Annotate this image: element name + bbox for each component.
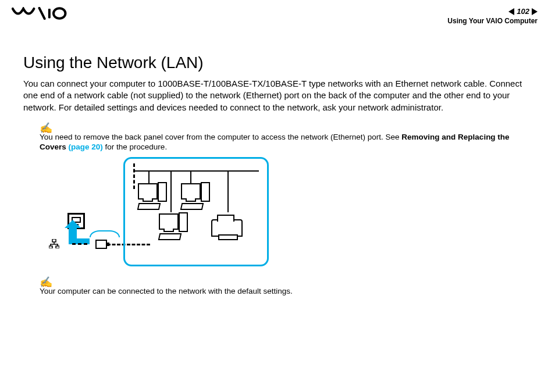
page-header: 102 Using Your VAIO Computer [0, 0, 555, 27]
svg-rect-2 [52, 239, 56, 242]
page-number: 102 [515, 7, 531, 16]
page-content: Using the Network (LAN) You can connect … [0, 27, 555, 296]
note-1-text-pre: You need to remove the back panel cover … [40, 133, 401, 141]
svg-point-1 [54, 8, 65, 19]
page-title: Using the Network (LAN) [23, 54, 532, 72]
keyboard-icon [138, 203, 160, 210]
svg-rect-0 [48, 9, 51, 18]
svg-rect-8 [56, 246, 59, 248]
note-1-link[interactable]: (page 20) [69, 142, 103, 151]
rj45-plug-icon [95, 240, 107, 249]
next-page-arrow-icon[interactable] [532, 8, 538, 15]
intro-paragraph: You can connect your computer to 1000BAS… [23, 78, 532, 113]
vaio-logo [12, 7, 67, 22]
note-icon: ✍ [40, 123, 532, 133]
tower-icon [158, 182, 167, 202]
printer-icon [211, 219, 243, 237]
prev-page-arrow-icon[interactable] [508, 8, 514, 15]
computer-icon [181, 183, 201, 199]
note-2: ✍ Your computer can be connected to the … [40, 277, 532, 297]
section-label: Using Your VAIO Computer [447, 17, 538, 25]
computer-icon [159, 213, 179, 230]
nav-block: 102 Using Your VAIO Computer [447, 7, 538, 25]
note-icon: ✍ [40, 277, 532, 287]
computer-icon [138, 183, 158, 199]
tower-icon [201, 182, 210, 202]
keyboard-icon [181, 203, 203, 210]
note-2-text: Your computer can be connected to the ne… [40, 287, 293, 295]
up-arrow-icon [69, 227, 77, 244]
cable-outline-icon [90, 230, 120, 237]
svg-rect-7 [49, 246, 52, 248]
network-symbol-icon [49, 239, 59, 248]
network-diagram [40, 157, 532, 273]
note-1: ✍ You need to remove the back panel cove… [40, 123, 532, 152]
network-box [123, 157, 269, 266]
keyboard-icon [159, 233, 181, 240]
tower-icon [179, 212, 188, 232]
dashed-line-short-icon [72, 243, 87, 245]
note-1-text-post: for the procedure. [103, 142, 167, 151]
